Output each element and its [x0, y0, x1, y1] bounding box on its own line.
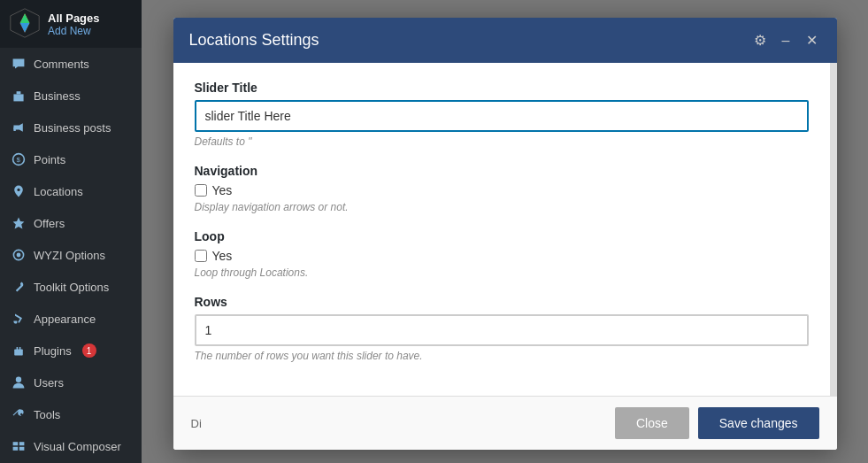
modal-body: Slider Title Defaults to " Navigation Ye… [173, 63, 837, 396]
sidebar-item-plugins[interactable]: Plugins 1 [0, 335, 142, 367]
wrench-icon [11, 279, 27, 295]
plugin-icon [11, 343, 27, 359]
slider-title-input[interactable] [195, 100, 809, 132]
app-logo-icon [9, 7, 41, 39]
svg-marker-11 [13, 218, 25, 229]
sidebar-item-locations[interactable]: Locations [0, 175, 142, 207]
vc-icon [11, 438, 27, 454]
svg-point-10 [17, 189, 19, 191]
business-icon [11, 88, 27, 104]
modal-title: Locations Settings [189, 31, 319, 50]
svg-point-17 [16, 377, 21, 382]
sidebar: All Pages Add New Comments Business Busi… [0, 0, 142, 463]
sidebar-item-comments[interactable]: Comments [0, 48, 142, 80]
slider-title-label: Slider Title [195, 81, 809, 95]
main-content: Locations Settings ⚙ – ✕ Slider Title De… [142, 0, 868, 463]
paint-icon [11, 311, 27, 327]
modal-close-button[interactable]: ✕ [803, 30, 821, 50]
sidebar-item-offers[interactable]: Offers [0, 207, 142, 239]
plugins-badge: 1 [82, 343, 96, 358]
sidebar-item-points[interactable]: $ Points [0, 143, 142, 175]
loop-group: Loop Yes Loop through Locations. [195, 229, 809, 279]
close-button[interactable]: Close [615, 407, 689, 439]
svg-rect-15 [17, 347, 19, 350]
footer-buttons: Close Save changes [615, 407, 819, 439]
loop-checkbox-label: Yes [212, 249, 233, 263]
footer-di-label: Di [191, 417, 202, 430]
slider-title-hint: Defaults to " [195, 135, 809, 148]
rows-label: Rows [195, 295, 809, 309]
sidebar-top: All Pages Add New [0, 0, 142, 48]
loop-checkbox-group: Yes [195, 249, 809, 263]
all-pages-label: All Pages [48, 12, 100, 25]
user-icon [11, 374, 27, 390]
tool-icon [11, 406, 27, 422]
modal-settings-button[interactable]: ⚙ [750, 30, 770, 50]
svg-rect-7 [13, 127, 15, 131]
star-icon [11, 215, 27, 231]
sidebar-item-visual-composer[interactable]: Visual Composer [0, 430, 142, 462]
loop-label: Loop [195, 229, 809, 243]
comment-icon [11, 56, 27, 72]
svg-rect-21 [19, 447, 25, 451]
megaphone-icon [11, 120, 27, 135]
sidebar-item-wyzi-options[interactable]: WYZI Options [0, 239, 142, 271]
modal-overlay: Locations Settings ⚙ – ✕ Slider Title De… [142, 0, 868, 463]
svg-marker-3 [20, 13, 30, 23]
location-icon [11, 183, 27, 199]
loop-checkbox[interactable] [195, 250, 207, 262]
svg-rect-14 [14, 349, 23, 355]
add-new-link[interactable]: Add New [48, 25, 100, 37]
sidebar-item-tools[interactable]: Tools [0, 398, 142, 430]
svg-point-13 [17, 253, 21, 258]
rows-hint: The number of rows you want this slider … [195, 350, 809, 362]
sidebar-item-business-posts[interactable]: Business posts [0, 112, 142, 143]
modal-header: Locations Settings ⚙ – ✕ [173, 18, 837, 63]
dollar-icon: $ [11, 151, 27, 167]
svg-text:$: $ [17, 156, 21, 164]
rows-group: Rows The number of rows you want this sl… [195, 295, 809, 362]
svg-rect-6 [17, 91, 21, 94]
svg-rect-5 [13, 94, 23, 101]
modal-dialog: Locations Settings ⚙ – ✕ Slider Title De… [173, 18, 837, 450]
navigation-checkbox[interactable] [195, 184, 207, 197]
svg-rect-20 [13, 447, 19, 451]
sidebar-item-toolkit-options[interactable]: Toolkit Options [0, 271, 142, 303]
slider-title-group: Slider Title Defaults to " [195, 81, 809, 148]
sidebar-item-business[interactable]: Business [0, 80, 142, 112]
loop-hint: Loop through Locations. [195, 266, 809, 279]
navigation-hint: Display navigation arrows or not. [195, 201, 809, 213]
sidebar-item-appearance[interactable]: Appearance [0, 303, 142, 335]
svg-rect-16 [19, 347, 21, 350]
sidebar-header-text: All Pages Add New [48, 12, 100, 37]
navigation-checkbox-label: Yes [212, 183, 233, 197]
modal-footer: Di Close Save changes [173, 396, 837, 450]
modal-minimize-button[interactable]: – [779, 31, 794, 50]
svg-rect-18 [13, 442, 19, 445]
modal-header-actions: ⚙ – ✕ [750, 30, 821, 50]
svg-rect-19 [19, 442, 25, 445]
rows-input[interactable] [195, 314, 809, 346]
svg-marker-4 [20, 23, 30, 33]
navigation-checkbox-group: Yes [195, 183, 809, 197]
navigation-label: Navigation [195, 164, 809, 178]
navigation-group: Navigation Yes Display navigation arrows… [195, 164, 809, 213]
sidebar-item-users[interactable]: Users [0, 367, 142, 398]
circle-icon [11, 247, 27, 263]
save-changes-button[interactable]: Save changes [698, 407, 819, 439]
